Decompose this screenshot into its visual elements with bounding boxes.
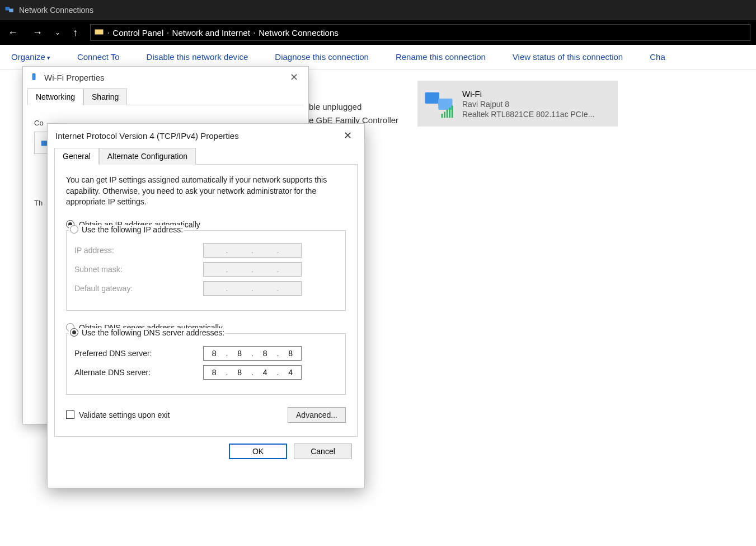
tile-title: Wi-Fi xyxy=(462,89,594,99)
tab-sharing[interactable]: Sharing xyxy=(83,88,127,105)
diagnose-button[interactable]: Diagnose this connection xyxy=(275,52,369,62)
ipv4-properties-dialog: Internet Protocol Version 4 (TCP/IPv4) P… xyxy=(47,123,365,488)
tile-adapter: Realtek RTL8821CE 802.11ac PCIe... xyxy=(462,110,594,119)
svg-rect-1 xyxy=(9,8,13,12)
rename-button[interactable]: Rename this connection xyxy=(396,52,486,62)
preferred-dns-label: Preferred DNS server: xyxy=(74,349,203,358)
disable-device-button[interactable]: Disable this network device xyxy=(147,52,248,62)
gateway-label: Default gateway: xyxy=(74,284,203,293)
nav-row: ← → ⌄ ↑ › Control Panel › Network and In… xyxy=(0,20,756,45)
alternate-dns-label: Alternate DNS server: xyxy=(74,368,203,377)
connection-tile-wifi[interactable]: Wi-Fi Ravi Rajput 8 Realtek RTL8821CE 80… xyxy=(417,81,618,127)
ok-button[interactable]: OK xyxy=(229,444,287,459)
tab-general[interactable]: General xyxy=(54,148,99,165)
checkbox-icon xyxy=(66,410,74,419)
svg-rect-11 xyxy=(32,73,36,80)
tile-network: Ravi Rajput 8 xyxy=(462,100,594,109)
breadcrumb[interactable]: Control Panel xyxy=(112,28,163,38)
svg-rect-0 xyxy=(6,7,10,10)
advanced-button[interactable]: Advanced... xyxy=(288,407,346,423)
alternate-dns-input[interactable]: 8. 8. 4. 4 xyxy=(203,365,302,380)
ip-address-input: ... xyxy=(203,243,302,258)
window-title: Network Connections xyxy=(19,6,93,15)
button-label: Cancel xyxy=(311,447,335,456)
checkbox-label: Validate settings upon exit xyxy=(79,410,170,419)
svg-rect-8 xyxy=(447,110,448,118)
tab-alt-config[interactable]: Alternate Configuration xyxy=(99,148,196,165)
wifi-adapter-icon xyxy=(423,87,456,120)
cancel-button[interactable]: Cancel xyxy=(294,444,352,459)
radio-icon[interactable] xyxy=(70,225,78,234)
network-icon xyxy=(4,4,15,16)
subnet-mask-input: ... xyxy=(203,262,302,277)
history-dropdown[interactable]: ⌄ xyxy=(55,29,60,36)
dialog-title: Wi-Fi Properties xyxy=(44,73,105,82)
close-button[interactable]: ✕ xyxy=(339,127,356,144)
svg-rect-6 xyxy=(442,114,443,118)
svg-rect-3 xyxy=(425,92,439,104)
ip-fieldset: Use the following IP address: IP address… xyxy=(66,230,346,311)
up-button[interactable]: ↑ xyxy=(71,27,80,39)
breadcrumb[interactable]: Network Connections xyxy=(259,28,339,38)
radio-label: Use the following DNS server addresses: xyxy=(82,328,224,337)
svg-rect-7 xyxy=(444,112,445,118)
svg-rect-10 xyxy=(452,106,453,118)
chevron-right-icon: › xyxy=(253,30,255,36)
description-text: You can get IP settings assigned automat… xyxy=(66,175,346,208)
titlebar: Network Connections xyxy=(0,0,756,20)
dialog-title: Internet Protocol Version 4 (TCP/IPv4) P… xyxy=(55,131,239,141)
subnet-mask-label: Subnet mask: xyxy=(74,265,203,274)
dns-fieldset: Use the following DNS server addresses: … xyxy=(66,333,346,395)
adapter-icon xyxy=(30,72,40,83)
connect-to-button[interactable]: Connect To xyxy=(77,52,120,62)
ip-address-label: IP address: xyxy=(74,246,203,255)
close-button[interactable]: ✕ xyxy=(286,69,302,85)
svg-rect-9 xyxy=(449,108,450,118)
radio-icon[interactable] xyxy=(70,328,78,337)
validate-settings-checkbox[interactable]: Validate settings upon exit xyxy=(66,410,170,419)
change-button[interactable]: Cha xyxy=(650,52,665,62)
chevron-right-icon: › xyxy=(107,30,109,36)
organize-menu[interactable]: Organize xyxy=(11,52,50,62)
address-bar[interactable]: › Control Panel › Network and Internet ›… xyxy=(90,24,750,41)
tab-networking[interactable]: Networking xyxy=(27,88,83,105)
svg-rect-2 xyxy=(95,29,104,34)
chevron-right-icon: › xyxy=(167,30,168,36)
button-label: OK xyxy=(252,447,264,456)
view-status-button[interactable]: View status of this connection xyxy=(513,52,623,62)
preferred-dns-input[interactable]: 8. 8. 8. 8 xyxy=(203,346,302,361)
breadcrumb[interactable]: Network and Internet xyxy=(172,28,250,38)
forward-button[interactable]: → xyxy=(30,27,45,39)
bg-line: ble unplugged xyxy=(309,102,361,111)
folder-icon xyxy=(94,27,104,39)
button-label: Advanced... xyxy=(296,410,337,419)
radio-label: Use the following IP address: xyxy=(82,225,183,234)
gateway-input: ... xyxy=(203,281,302,296)
back-button[interactable]: ← xyxy=(6,27,20,39)
